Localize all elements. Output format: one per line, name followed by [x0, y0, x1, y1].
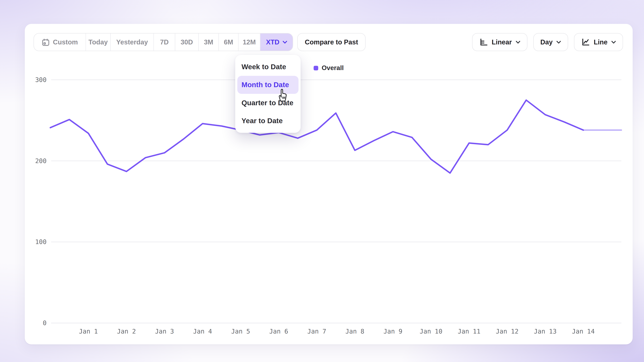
range-segment-label: 3M [204, 38, 213, 46]
range-segment-today[interactable]: Today [86, 33, 111, 51]
control-label: Line [594, 38, 608, 46]
range-segment-label: 12M [243, 38, 256, 46]
range-segment-custom[interactable]: Custom [34, 33, 86, 51]
chevron-down-icon [516, 40, 520, 44]
range-segment-3m[interactable]: 3M [199, 33, 219, 51]
control-label: Linear [492, 38, 512, 46]
range-segment-6m[interactable]: 6M [219, 33, 239, 51]
range-segment-label: 7D [160, 38, 168, 46]
menu-item-week-to-date[interactable]: Week to Date [237, 58, 298, 76]
range-segment-12m[interactable]: 12M [239, 33, 260, 51]
legend-item-overall[interactable]: Overall [314, 64, 344, 72]
line-dropdown-button[interactable]: Line [574, 33, 623, 51]
range-segment-30d[interactable]: 30D [175, 33, 199, 51]
linear-scale-icon [479, 38, 488, 46]
linear-dropdown-button[interactable]: Linear [472, 33, 527, 51]
range-segment-label: Yesterday [116, 38, 148, 46]
range-segment-yesterday[interactable]: Yesterday [111, 33, 154, 51]
compare-to-past-label: Compare to Past [305, 38, 358, 46]
menu-item-month-to-date[interactable]: Month to Date [237, 76, 298, 94]
range-segment-label: XTD [266, 38, 280, 46]
analytics-page: 0100200300Jan 1Jan 2Jan 3Jan 4Jan 5Jan 6… [0, 0, 644, 362]
legend-label: Overall [322, 64, 344, 72]
menu-item-quarter-to-date[interactable]: Quarter to Date [237, 94, 298, 112]
range-segment-label: Custom [53, 38, 78, 46]
date-range-segmented-control: CustomTodayYesterday7D30D3M6M12MXTD [34, 33, 293, 51]
line-chart-icon [581, 38, 590, 46]
chart-card [25, 24, 633, 345]
calendar-icon [42, 38, 50, 46]
day-dropdown-button[interactable]: Day [533, 33, 568, 51]
chart-display-controls: LinearDayLine [472, 33, 623, 51]
chevron-down-icon [611, 40, 616, 44]
range-segment-label: 6M [224, 38, 233, 46]
menu-item-year-to-date[interactable]: Year to Date [237, 112, 298, 130]
xtd-dropdown-menu: Week to DateMonth to DateQuarter to Date… [235, 55, 301, 133]
range-segment-7d[interactable]: 7D [154, 33, 176, 51]
compare-to-past-button[interactable]: Compare to Past [297, 33, 366, 51]
legend-swatch-icon [314, 65, 318, 70]
chevron-down-icon [282, 40, 287, 44]
range-segment-label: Today [88, 38, 108, 46]
range-segment-xtd[interactable]: XTD [260, 33, 293, 51]
control-label: Day [540, 38, 552, 46]
range-segment-label: 30D [180, 38, 193, 46]
chevron-down-icon [556, 40, 561, 44]
